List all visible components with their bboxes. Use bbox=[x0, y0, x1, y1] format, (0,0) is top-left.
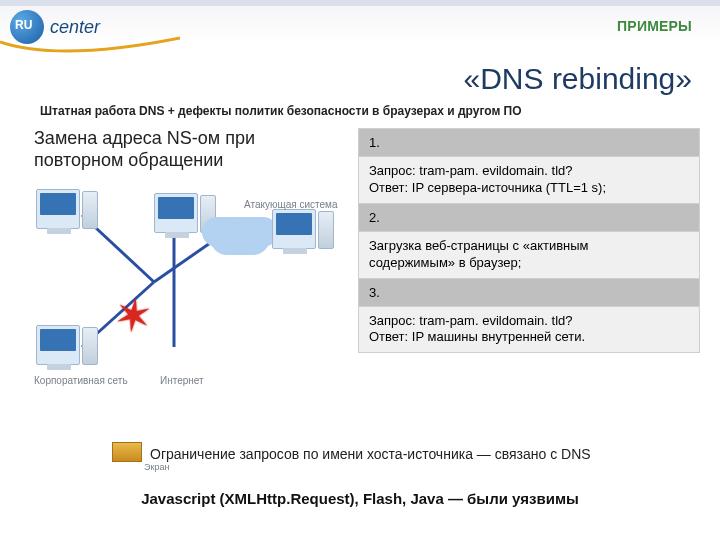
corp-pc-top-icon bbox=[36, 189, 80, 229]
firewall-icon bbox=[112, 442, 142, 462]
table-row: 1. bbox=[359, 129, 700, 157]
step-body: Запрос: tram-pam. evildomain. tld? Ответ… bbox=[359, 306, 700, 353]
step-body: Загрузка веб-страницы с «активным содерж… bbox=[359, 231, 700, 278]
footer-note-1: Ограничение запросов по имени хоста-исто… bbox=[150, 446, 591, 462]
label-attacker: Атакующая система bbox=[244, 199, 338, 210]
impact-star-icon: ✶ bbox=[111, 291, 156, 342]
label-internet: Интернет bbox=[160, 375, 204, 386]
label-screen: Экран bbox=[144, 462, 169, 472]
logo-swoosh-icon bbox=[0, 36, 180, 60]
step-num: 1. bbox=[359, 129, 700, 157]
corp-pc-bottom-icon bbox=[36, 325, 80, 365]
eyebrow: ПРИМЕРЫ bbox=[617, 18, 692, 34]
attacker-tower-icon bbox=[318, 211, 334, 249]
step-num: 2. bbox=[359, 203, 700, 231]
footer-note-2: Javascript (XMLHttp.Request), Flash, Jav… bbox=[0, 490, 720, 507]
subtitle: Штатная работа DNS + дефекты политик без… bbox=[0, 104, 720, 122]
label-corpnet: Корпоративная сеть bbox=[34, 375, 128, 386]
attacker-pc-icon bbox=[272, 209, 316, 249]
table-row: Запрос: tram-pam. evildomain. tld? Ответ… bbox=[359, 306, 700, 353]
table-row: 2. bbox=[359, 203, 700, 231]
corp-tower-top-icon bbox=[82, 191, 98, 229]
logo-text: center bbox=[50, 17, 100, 38]
left-heading: Замена адреса NS-ом при повторном обраще… bbox=[34, 128, 344, 171]
table-row: Запрос: tram-pam. evildomain. tld? Ответ… bbox=[359, 157, 700, 204]
step-body: Запрос: tram-pam. evildomain. tld? Ответ… bbox=[359, 157, 700, 204]
step-num: 3. bbox=[359, 278, 700, 306]
table-row: Загрузка веб-страницы с «активным содерж… bbox=[359, 231, 700, 278]
table-row: 3. bbox=[359, 278, 700, 306]
network-diagram: ✶ Корпоративная сеть Интернет Атакующая … bbox=[34, 177, 334, 387]
corp-tower-bottom-icon bbox=[82, 327, 98, 365]
internet-pc-icon bbox=[154, 193, 198, 233]
steps-table: 1. Запрос: tram-pam. evildomain. tld? От… bbox=[358, 128, 700, 353]
cloud-icon bbox=[210, 221, 270, 255]
